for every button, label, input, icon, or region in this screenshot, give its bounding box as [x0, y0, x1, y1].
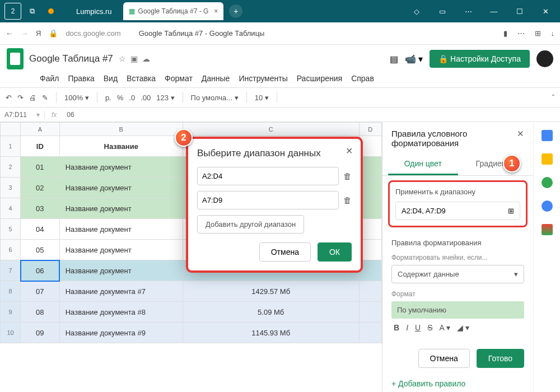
dialog-title: Выберите диапазон данных: [197, 148, 352, 159]
window-titlebar: 2 ⧉ Lumpics.ru ▦ Google Таблица #7 - G ×…: [0, 0, 560, 22]
contacts-icon[interactable]: [542, 200, 553, 212]
menu-view[interactable]: Вид: [100, 73, 122, 84]
range-input-1[interactable]: [197, 167, 339, 185]
account-icon[interactable]: ◇: [405, 2, 428, 20]
col-c[interactable]: C: [183, 123, 359, 136]
close-panel-icon[interactable]: ✕: [517, 129, 524, 139]
condition-select[interactable]: Содержит данные▾: [391, 265, 524, 283]
panel-done-button[interactable]: Готово: [477, 349, 524, 368]
apply-label: Применить к диапазону: [395, 188, 520, 196]
address-bar: ← → Я 🔒 docs.google.com Google Таблица #…: [0, 22, 560, 45]
keep-icon[interactable]: [542, 153, 553, 165]
percent-icon[interactable]: %: [117, 94, 124, 102]
sheets-logo-icon[interactable]: [7, 48, 24, 69]
name-box-row: A7:D11 ▾ fx 06: [0, 108, 560, 122]
menu-format[interactable]: Формат: [161, 73, 197, 84]
dialog-ok-button[interactable]: ОК: [318, 242, 352, 262]
download-icon[interactable]: ↓: [551, 29, 555, 38]
range-field[interactable]: A2:D4, A7:D9 ⊞: [395, 202, 520, 220]
doc-name[interactable]: Google Таблица #7: [29, 53, 113, 64]
doc-header: Google Таблица #7 ☆ ▣ ☁ ▤ 📹 ▾ 🔒 Настройк…: [0, 45, 560, 73]
dialog-cancel-button[interactable]: Отмена: [259, 242, 311, 262]
menu-insert[interactable]: Вставка: [123, 73, 160, 84]
format-preview[interactable]: По умолчанию: [391, 301, 524, 319]
menu-edit[interactable]: Правка: [64, 73, 98, 84]
range-input-2[interactable]: [197, 191, 339, 209]
panel-cancel-button[interactable]: Отмена: [418, 349, 470, 368]
strike-icon[interactable]: S: [427, 323, 432, 332]
maps-icon[interactable]: [542, 224, 553, 235]
share-button[interactable]: 🔒 Настройки Доступа: [430, 50, 530, 68]
italic-icon[interactable]: I: [406, 323, 408, 332]
menu-dots-icon[interactable]: ⋯: [517, 29, 525, 38]
cloud-icon[interactable]: ☁: [142, 54, 150, 63]
star-icon[interactable]: ☆: [119, 54, 126, 63]
maximize-icon[interactable]: ☐: [508, 2, 531, 20]
home-icon[interactable]: 2: [4, 3, 21, 20]
new-tab-button[interactable]: +: [229, 4, 242, 18]
toolbar: ↶ ↷ 🖨 ✎ 100% ▾ р. % .0 .00 123 ▾ По умол…: [0, 87, 560, 108]
meet-icon[interactable]: 📹 ▾: [405, 54, 423, 64]
col-b[interactable]: B: [59, 123, 183, 136]
range-dialog: ✕ Выберите диапазон данных 🗑 🗑 Добавить …: [186, 137, 363, 273]
grid-icon[interactable]: ⊞: [508, 207, 514, 215]
bold-icon[interactable]: B: [394, 323, 399, 332]
cond-label: Форматировать ячейки, если...: [391, 254, 524, 262]
move-icon[interactable]: ▣: [130, 54, 138, 63]
close-tab-icon[interactable]: ×: [214, 7, 218, 15]
fill-color-icon[interactable]: ◢ ▾: [457, 323, 469, 332]
corner-cell[interactable]: [1, 123, 21, 136]
more-icon[interactable]: ⋯: [457, 2, 479, 20]
col-a[interactable]: A: [21, 123, 60, 136]
menu-data[interactable]: Данные: [198, 73, 234, 84]
add-range-button[interactable]: Добавить другой диапазон: [197, 215, 304, 234]
menu-ext[interactable]: Расширения: [293, 73, 346, 84]
dialog-close-icon[interactable]: ✕: [346, 146, 353, 156]
browser-tab-1[interactable]: Lumpics.ru: [76, 7, 112, 16]
zoom-select[interactable]: 100% ▾: [64, 94, 89, 102]
text-color-icon[interactable]: A ▾: [439, 323, 450, 332]
name-box[interactable]: A7:D11 ▾: [0, 111, 45, 119]
dec-less-icon[interactable]: .0: [129, 94, 135, 102]
underline-icon[interactable]: U: [415, 323, 421, 332]
tasks-icon[interactable]: [542, 177, 553, 188]
extensions-icon[interactable]: ⊞: [535, 29, 541, 38]
status-dot-icon: [48, 8, 54, 14]
duplicate-icon[interactable]: ⧉: [24, 3, 40, 20]
calendar-icon[interactable]: [542, 130, 553, 141]
browser-tab-active[interactable]: ▦ Google Таблица #7 - G ×: [123, 2, 224, 20]
lock-icon[interactable]: 🔒: [49, 29, 58, 38]
undo-icon[interactable]: ↶: [6, 94, 12, 102]
formula-bar[interactable]: 06: [63, 111, 74, 119]
format-label: Формат: [391, 290, 524, 298]
font-select[interactable]: По умолча... ▾: [191, 94, 239, 102]
menu-file[interactable]: Файл: [36, 73, 63, 84]
window-controls: ◇ ▭ ⋯ — ☐ ✕: [405, 2, 557, 20]
add-rule-link[interactable]: + Добавить правило: [382, 374, 533, 392]
redo-icon[interactable]: ↷: [17, 94, 24, 102]
forward-icon: →: [21, 29, 28, 38]
tab-single-color[interactable]: Один цвет: [388, 153, 458, 175]
trash-icon[interactable]: 🗑: [343, 195, 352, 205]
trash-icon[interactable]: 🗑: [343, 171, 352, 181]
num-format-icon[interactable]: 123 ▾: [156, 94, 174, 102]
page-title: Google Таблица #7 - Google Таблицы: [139, 29, 265, 38]
print-icon[interactable]: 🖨: [29, 94, 36, 102]
ya-icon[interactable]: Я: [36, 29, 41, 38]
paint-icon[interactable]: ✎: [42, 94, 48, 102]
url-text[interactable]: docs.google.com: [66, 29, 120, 38]
dec-more-icon[interactable]: .00: [141, 94, 151, 102]
avatar[interactable]: [536, 50, 553, 67]
collapse-toolbar-icon[interactable]: ˆ: [552, 94, 554, 102]
menu-help[interactable]: Справ: [347, 73, 378, 84]
collections-icon[interactable]: ▭: [431, 2, 454, 20]
currency-icon[interactable]: р.: [105, 94, 111, 102]
font-size[interactable]: 10 ▾: [255, 94, 269, 102]
back-icon[interactable]: ←: [6, 29, 13, 38]
comment-icon[interactable]: ▤: [390, 54, 398, 64]
menu-tools[interactable]: Инструменты: [235, 73, 291, 84]
bookmark-icon[interactable]: ▮: [503, 29, 507, 38]
close-icon[interactable]: ✕: [534, 2, 557, 20]
col-d[interactable]: D: [359, 123, 381, 136]
minimize-icon[interactable]: —: [483, 2, 505, 20]
